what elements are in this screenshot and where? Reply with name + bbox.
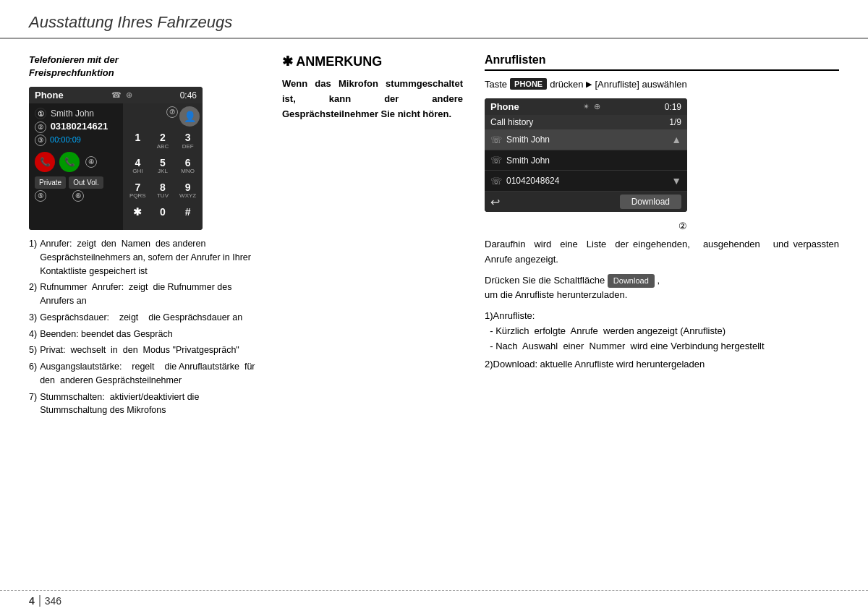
phone-icons-1: ☎ ⊕	[111, 90, 132, 100]
phone-screen-2: Phone ✴ ⊕ 0:19 Call history 1/9 ☏ Smith …	[485, 98, 687, 212]
call-end-icon: 📞	[40, 157, 51, 167]
phone-screen-1: Phone ☎ ⊕ 0:46 ① Smith John	[29, 87, 203, 230]
desc-num-4: 4)	[29, 328, 37, 341]
key-5[interactable]: 5JKL	[151, 155, 175, 178]
desc-item-2: 2) Rufnummer Anrufer: zeigt die Rufnumme…	[29, 281, 260, 308]
key-star[interactable]: ✱	[126, 204, 150, 227]
ph2-icons: ✴ ⊕	[583, 102, 600, 111]
phone-badge: PHONE	[510, 78, 547, 90]
ph2-item-1[interactable]: ☏ Smith John ▲	[485, 129, 687, 150]
circle-2-symbol: ②	[678, 221, 687, 231]
desc-item-3: 3) Gesprächsdauer: zeigt die Gesprächsda…	[29, 311, 260, 325]
right-desc-1: Daraufhin wird eine Liste der eingehende…	[485, 237, 839, 268]
call-duration-display: ③ 00:00:09	[35, 134, 117, 146]
scroll-down-icon[interactable]: ▼	[671, 175, 681, 187]
ph2-item-3[interactable]: ☏ 01042048624 ▼	[485, 171, 687, 192]
ph2-item-2[interactable]: ☏ Smith John	[485, 150, 687, 171]
right-list: 1)Anrufliste: - Kürzlich erfolgte Anrufe…	[485, 309, 839, 372]
mute-avatar: 👤	[179, 106, 200, 127]
ph2-item-1-icon: ☏	[490, 134, 502, 145]
ph2-item-3-icon: ☏	[490, 176, 502, 187]
caller-number-text: 03180214621	[51, 121, 109, 132]
key-hash[interactable]: #	[176, 204, 200, 227]
caller-number-display: ② 03180214621	[35, 121, 117, 133]
right-section-title: Anruflisten	[485, 54, 839, 71]
desc-text-6: Ausgangslautstärke: regelt die Anruflaut…	[40, 360, 260, 388]
taste-line: Taste PHONE drücken ▶ [Anrufliste] auswä…	[485, 78, 839, 90]
key-6[interactable]: 6MNO	[176, 155, 200, 178]
call-accept-btn[interactable]: 📞	[59, 152, 80, 172]
desc-text-3: Gesprächsdauer: zeigt die Gesprächsdauer…	[40, 311, 242, 325]
key-8[interactable]: 8TUV	[151, 179, 175, 202]
phone-icon: ☎	[111, 90, 122, 100]
desc-num-2: 2)	[29, 281, 37, 308]
outvol-btn[interactable]: Out Vol.	[69, 176, 103, 189]
right-list-num-1: 1)	[485, 310, 493, 321]
circle-3: ③	[35, 134, 46, 146]
page-container: Ausstattung Ihres Fahrzeugs Telefonieren…	[0, 0, 868, 611]
note-title: ✱ ANMERKUNG	[282, 54, 463, 69]
phone-time-1: 0:46	[180, 90, 197, 101]
right-desc-1-text: Daraufhin wird eine Liste der eingehende…	[485, 239, 839, 265]
right-list-item-1: 1)Anrufliste: - Kürzlich erfolgte Anrufe…	[485, 309, 839, 354]
private-btn[interactable]: Private	[35, 176, 66, 189]
phone-keypad-1: ⑦ 👤 1 2ABC 3DEF 4GHI 5JKL 6MNO	[123, 103, 203, 230]
ph2-item-1-name: Smith John	[506, 134, 667, 145]
main-content: Telefonieren mit derFreisprechfunktion P…	[0, 46, 868, 592]
ph2-footer: ↩ Download	[485, 192, 687, 212]
back-button[interactable]: ↩	[490, 195, 500, 209]
desc-text-5: Privat: wechselt in den Modus "Privatges…	[40, 343, 239, 357]
call-accept-icon: 📞	[64, 157, 75, 167]
right-list-num-2: 2)	[485, 359, 493, 369]
download-button-screen[interactable]: Download	[620, 195, 681, 209]
call-action-row: 📞 📞 ④	[35, 152, 117, 172]
key-2[interactable]: 2ABC	[151, 129, 175, 153]
page-number: 4	[29, 595, 41, 607]
ph2-list: ☏ Smith John ▲ ☏ Smith John ☏ 0104204862…	[485, 129, 687, 192]
ph2-subheader: Call history 1/9	[485, 115, 687, 129]
desc-num-7: 7)	[29, 390, 37, 418]
ph2-title: Phone	[490, 101, 519, 112]
download-inline-btn[interactable]: Download	[608, 274, 655, 289]
private-outvol-row: Private Out Vol.	[35, 176, 117, 189]
key-9[interactable]: 9WXYZ	[176, 179, 200, 202]
right-list-bullet-1b: - Nach Auswahl einer Nummer wird eine Ve…	[485, 341, 765, 351]
page-footer: 4 346	[0, 590, 868, 611]
note-symbol: ✱	[282, 54, 296, 69]
private-label: Private	[39, 179, 61, 187]
circle-2: ②	[35, 121, 46, 133]
key-4[interactable]: 4GHI	[126, 155, 150, 178]
key-0[interactable]: 0	[151, 204, 175, 227]
note-text: Wenn das Mikrofon stummgeschaltet ist, k…	[282, 78, 463, 119]
scroll-up-icon[interactable]: ▲	[671, 134, 681, 145]
key-1[interactable]: 1	[126, 129, 150, 153]
key-7[interactable]: 7PQRS	[126, 179, 150, 202]
desc-num-6: 6)	[29, 360, 37, 388]
circle-1: ①	[35, 108, 46, 119]
ph2-header: Phone ✴ ⊕ 0:19	[485, 98, 687, 115]
circle-2-label: ②	[485, 221, 687, 231]
desc-item-5: 5) Privat: wechselt in den Modus "Privat…	[29, 343, 260, 357]
caller-name-text: Smith John	[51, 108, 94, 119]
circle-5: ⑤	[35, 190, 46, 202]
desc-item-1: 1) Anrufer: zeigt den Namen des anderen …	[29, 237, 260, 278]
middle-column: ✱ ANMERKUNG Wenn das Mikrofon stummgesch…	[275, 54, 463, 585]
right-list-bullet-1a: - Kürzlich erfolgte Anrufe werden angeze…	[485, 325, 726, 336]
desc-text-7: Stummschalten: aktiviert/deaktiviert die…	[40, 390, 260, 418]
call-end-btn[interactable]: 📞	[35, 152, 55, 172]
circle-7: ⑦	[166, 106, 178, 118]
right-column: Anruflisten Taste PHONE drücken ▶ [Anruf…	[477, 54, 839, 585]
desc-text-2: Rufnummer Anrufer: zeigt die Rufnummer d…	[40, 281, 260, 308]
desc-text-4: Beenden: beendet das Gespräch	[40, 328, 172, 341]
right-list-item-2: 2)Download: aktuelle Anrufliste wird her…	[485, 357, 839, 372]
desc-num-1: 1)	[29, 237, 37, 278]
ph2-bt-icon: ✴	[583, 102, 590, 111]
desc-item-7: 7) Stummschalten: aktiviert/deaktiviert …	[29, 390, 260, 418]
page-title: Ausstattung Ihres Fahrzeugs	[29, 13, 839, 32]
page-header: Ausstattung Ihres Fahrzeugs	[0, 0, 868, 39]
key-3[interactable]: 3DEF	[176, 129, 200, 153]
ph2-subheader-pages: 1/9	[669, 117, 681, 127]
left-description-list: 1) Anrufer: zeigt den Namen des anderen …	[29, 237, 260, 417]
phone-info-1: ① Smith John ② 03180214621 ③ 00:00:09	[29, 103, 123, 230]
phone-header-1: Phone ☎ ⊕ 0:46	[29, 87, 203, 103]
